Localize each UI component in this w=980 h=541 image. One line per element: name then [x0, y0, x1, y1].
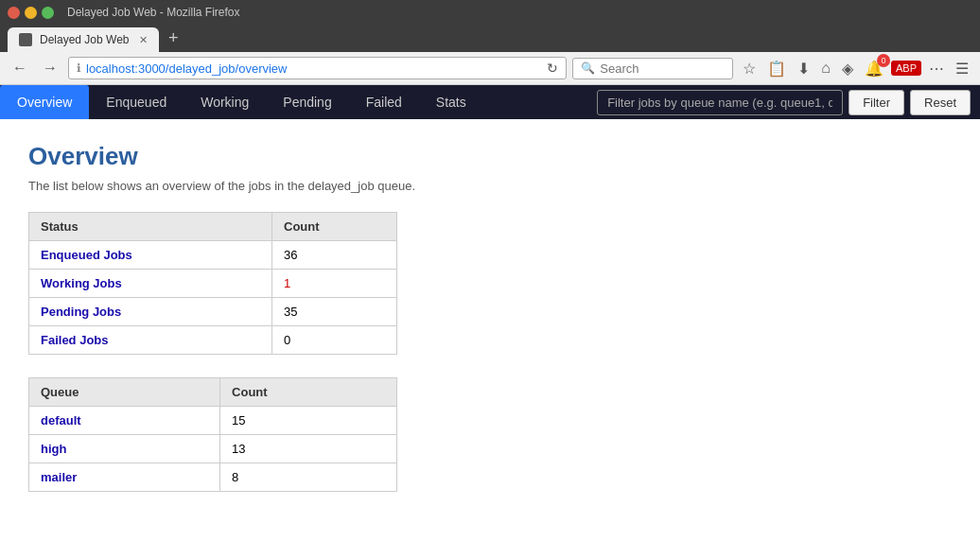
- more-icon[interactable]: ⋯: [925, 58, 948, 79]
- pending-jobs-link[interactable]: Pending Jobs: [41, 305, 121, 319]
- bookmark-star-icon[interactable]: ☆: [739, 58, 760, 79]
- count-col-header: Count: [272, 213, 397, 241]
- table-row: Failed Jobs 0: [29, 326, 397, 355]
- forward-button[interactable]: →: [38, 58, 62, 79]
- home-icon[interactable]: ⌂: [817, 58, 834, 79]
- page-content: Overview The list below shows an overvie…: [0, 119, 980, 537]
- app-wrapper: Overview Enqueued Working Pending Failed…: [0, 85, 980, 541]
- table-row: high 13: [29, 435, 397, 463]
- nav-tab-working[interactable]: Working: [184, 85, 266, 119]
- status-cell: Enqueued Jobs: [29, 241, 272, 270]
- nav-tab-pending[interactable]: Pending: [266, 85, 348, 119]
- close-tab-icon[interactable]: ✕: [139, 34, 148, 46]
- title-bar: Delayed Job Web - Mozilla Firefox: [8, 6, 972, 19]
- favicon-icon: [19, 33, 32, 46]
- table-row: Working Jobs 1: [29, 270, 397, 298]
- back-button[interactable]: ←: [8, 58, 32, 79]
- notification-btn[interactable]: 🔔 0: [861, 58, 887, 79]
- minimize-btn[interactable]: [25, 7, 37, 19]
- filter-area: Filter Reset: [597, 90, 980, 115]
- address-bar[interactable]: ℹ ↻: [68, 57, 567, 79]
- count-cell: 35: [272, 298, 397, 326]
- status-table: Status Count Enqueued Jobs 36 Working Jo…: [28, 212, 397, 355]
- queue-count-cell: 13: [220, 435, 397, 463]
- status-cell: Working Jobs: [29, 270, 272, 298]
- notification-badge: 0: [877, 54, 890, 67]
- browser-toolbar: ← → ℹ ↻ 🔍 ☆ 📋 ⬇ ⌂ ◈ 🔔 0 ABP ⋯ ☰: [0, 52, 980, 85]
- failed-jobs-link[interactable]: Failed Jobs: [41, 333, 109, 347]
- nav-tab-enqueued[interactable]: Enqueued: [89, 85, 184, 119]
- status-cell: Failed Jobs: [29, 326, 272, 355]
- page-subtitle: The list below shows an overview of the …: [28, 179, 952, 193]
- mailer-queue-link[interactable]: mailer: [41, 470, 77, 484]
- count-cell: 36: [272, 241, 397, 270]
- last-updated-bar: ✈ Last Updated: 20:02:57: [0, 537, 980, 541]
- menu-icon[interactable]: ☰: [952, 58, 972, 79]
- tab-label: Delayed Job Web: [40, 33, 130, 46]
- new-tab-button[interactable]: +: [161, 25, 186, 52]
- maximize-btn[interactable]: [42, 7, 54, 19]
- default-queue-link[interactable]: default: [41, 413, 81, 428]
- reset-button[interactable]: Reset: [910, 90, 971, 115]
- browser-tabs: Delayed Job Web ✕ +: [8, 25, 972, 52]
- queue-name-cell: mailer: [29, 463, 220, 492]
- toolbar-icons: ☆ 📋 ⬇ ⌂ ◈ 🔔 0 ABP ⋯ ☰: [739, 58, 972, 79]
- browser-chrome: Delayed Job Web - Mozilla Firefox Delaye…: [0, 0, 980, 52]
- lock-icon: ℹ: [77, 61, 81, 75]
- search-icon: 🔍: [581, 61, 595, 75]
- browser-title: Delayed Job Web - Mozilla Firefox: [67, 6, 240, 19]
- clipboard-icon[interactable]: 📋: [763, 58, 790, 79]
- table-row: default 15: [29, 407, 397, 435]
- window-controls: [8, 7, 54, 19]
- search-bar: 🔍: [572, 58, 733, 79]
- table-row: Pending Jobs 35: [29, 298, 397, 326]
- refresh-icon[interactable]: ↻: [547, 61, 558, 76]
- nav-bar: Overview Enqueued Working Pending Failed…: [0, 85, 980, 119]
- queue-table: Queue Count default 15 high 13 mailer 8: [28, 377, 397, 492]
- nav-tab-failed[interactable]: Failed: [349, 85, 419, 119]
- count-cell: 1: [272, 270, 397, 298]
- queue-count-cell: 15: [220, 407, 397, 435]
- pocket-icon[interactable]: ◈: [838, 58, 857, 79]
- browser-tab[interactable]: Delayed Job Web ✕: [8, 27, 159, 52]
- high-queue-link[interactable]: high: [41, 442, 66, 456]
- filter-input[interactable]: [597, 90, 843, 115]
- enqueued-jobs-link[interactable]: Enqueued Jobs: [41, 248, 132, 262]
- queue-count-col-header: Count: [220, 378, 397, 407]
- download-icon[interactable]: ⬇: [794, 58, 814, 79]
- page-title: Overview: [28, 142, 952, 171]
- table-row: Enqueued Jobs 36: [29, 241, 397, 270]
- count-cell: 0: [272, 326, 397, 355]
- close-btn[interactable]: [8, 7, 20, 19]
- filter-button[interactable]: Filter: [849, 90, 904, 115]
- working-jobs-link[interactable]: Working Jobs: [41, 276, 122, 290]
- queue-name-cell: high: [29, 435, 220, 463]
- nav-tab-stats[interactable]: Stats: [419, 85, 483, 119]
- table-row: mailer 8: [29, 463, 397, 492]
- url-input[interactable]: [86, 61, 547, 76]
- queue-name-cell: default: [29, 407, 220, 435]
- abp-button[interactable]: ABP: [891, 61, 921, 76]
- queue-col-header: Queue: [29, 378, 220, 407]
- queue-count-cell: 8: [220, 463, 397, 492]
- status-col-header: Status: [29, 213, 272, 241]
- search-input[interactable]: [600, 61, 725, 76]
- nav-tab-overview[interactable]: Overview: [0, 85, 89, 119]
- status-cell: Pending Jobs: [29, 298, 272, 326]
